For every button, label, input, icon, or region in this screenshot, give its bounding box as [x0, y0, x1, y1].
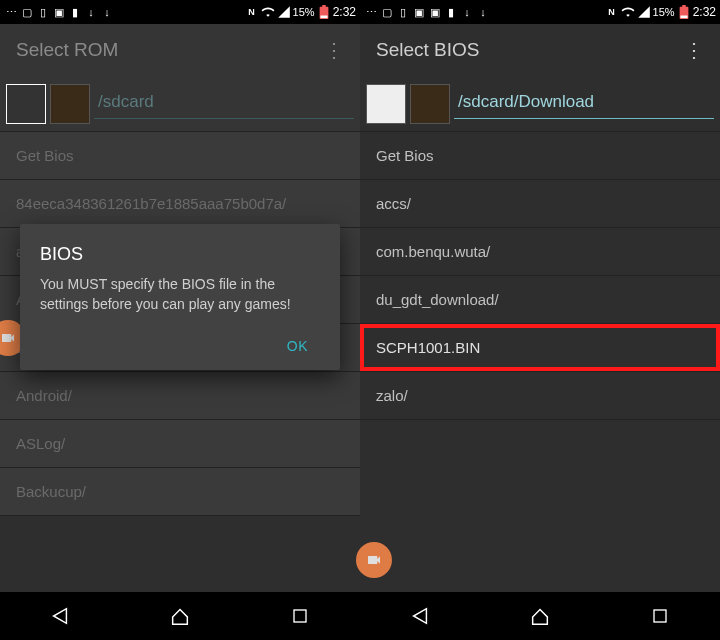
signal-icon — [277, 5, 291, 19]
pic-icon: ▣ — [52, 5, 66, 19]
rom-thumb-1[interactable] — [6, 84, 46, 124]
rom-thumb-1[interactable] — [366, 84, 406, 124]
svg-rect-0 — [320, 16, 327, 19]
path-row: /sdcard/Download — [360, 76, 720, 132]
clock: 2:32 — [693, 5, 716, 19]
sd-icon: ▯ — [396, 5, 410, 19]
list-item[interactable]: Backucup/ — [0, 468, 360, 516]
battery-icon — [677, 5, 691, 19]
nav-bar — [0, 592, 360, 640]
battery-icon — [317, 5, 331, 19]
download-icon: ↓ — [460, 5, 474, 19]
list-item[interactable]: zalo/ — [360, 372, 720, 420]
rom-thumb-2[interactable] — [410, 84, 450, 124]
bios-dialog: BIOS You MUST specify the BIOS file in t… — [20, 224, 340, 370]
svg-rect-2 — [680, 16, 687, 19]
nav-bar — [360, 592, 720, 640]
wifi-icon — [261, 5, 275, 19]
dialog-body: You MUST specify the BIOS file in the se… — [40, 275, 320, 314]
battery-pct: 15% — [293, 6, 315, 18]
left-pane: ⋯ ▢ ▯ ▣ ▮ ↓ ↓ N 15% 2:32 Select ROM ⋮ — [0, 0, 360, 640]
pic-icon: ▣ — [412, 5, 426, 19]
recents-button[interactable] — [280, 596, 320, 636]
path-row: /sdcard — [0, 76, 360, 132]
download-icon: ↓ — [476, 5, 490, 19]
clock: 2:32 — [333, 5, 356, 19]
app-bar: Select BIOS ⋮ — [360, 24, 720, 76]
sd-icon: ▯ — [36, 5, 50, 19]
path-input[interactable]: /sdcard — [94, 88, 354, 119]
wifi-icon — [621, 5, 635, 19]
pic-icon: ▣ — [428, 5, 442, 19]
list-item[interactable]: Android/ — [0, 372, 360, 420]
recents-button[interactable] — [640, 596, 680, 636]
cast-icon: ▢ — [20, 5, 34, 19]
list-item[interactable]: Get Bios — [360, 132, 720, 180]
video-icon: ▮ — [444, 5, 458, 19]
back-button[interactable] — [400, 596, 440, 636]
notif-icon: ⋯ — [364, 5, 378, 19]
svg-rect-3 — [654, 610, 666, 622]
svg-rect-1 — [294, 610, 306, 622]
overflow-menu[interactable]: ⋮ — [684, 38, 704, 62]
overflow-menu[interactable]: ⋮ — [324, 38, 344, 62]
rom-thumb-2[interactable] — [50, 84, 90, 124]
download-icon: ↓ — [100, 5, 114, 19]
recorder-icon[interactable] — [356, 542, 392, 578]
notif-icon: ⋯ — [4, 5, 18, 19]
home-button[interactable] — [160, 596, 200, 636]
file-list: Get Bios accs/ com.benqu.wuta/ du_gdt_do… — [360, 132, 720, 592]
battery-pct: 15% — [653, 6, 675, 18]
list-item-highlighted[interactable]: SCPH1001.BIN — [360, 324, 720, 372]
path-input[interactable]: /sdcard/Download — [454, 88, 714, 119]
page-title: Select BIOS — [376, 39, 480, 61]
status-bar: ⋯ ▢ ▯ ▣ ▣ ▮ ↓ ↓ N 15% 2:32 — [360, 0, 720, 24]
download-icon: ↓ — [84, 5, 98, 19]
home-button[interactable] — [520, 596, 560, 636]
list-item[interactable]: com.benqu.wuta/ — [360, 228, 720, 276]
nfc-icon: N — [605, 5, 619, 19]
cast-icon: ▢ — [380, 5, 394, 19]
back-button[interactable] — [40, 596, 80, 636]
dialog-title: BIOS — [40, 244, 320, 265]
right-pane: ⋯ ▢ ▯ ▣ ▣ ▮ ↓ ↓ N 15% 2:32 Select BIOS ⋮ — [360, 0, 720, 640]
signal-icon — [637, 5, 651, 19]
list-item[interactable]: du_gdt_download/ — [360, 276, 720, 324]
status-bar: ⋯ ▢ ▯ ▣ ▮ ↓ ↓ N 15% 2:32 — [0, 0, 360, 24]
dialog-ok-button[interactable]: OK — [275, 330, 320, 362]
nfc-icon: N — [245, 5, 259, 19]
video-icon: ▮ — [68, 5, 82, 19]
app-bar: Select ROM ⋮ — [0, 24, 360, 76]
page-title: Select ROM — [16, 39, 118, 61]
list-item[interactable]: Get Bios — [0, 132, 360, 180]
list-item[interactable]: accs/ — [360, 180, 720, 228]
list-item[interactable]: 84eeca348361261b7e1885aaa75b0d7a/ — [0, 180, 360, 228]
list-item[interactable]: ASLog/ — [0, 420, 360, 468]
